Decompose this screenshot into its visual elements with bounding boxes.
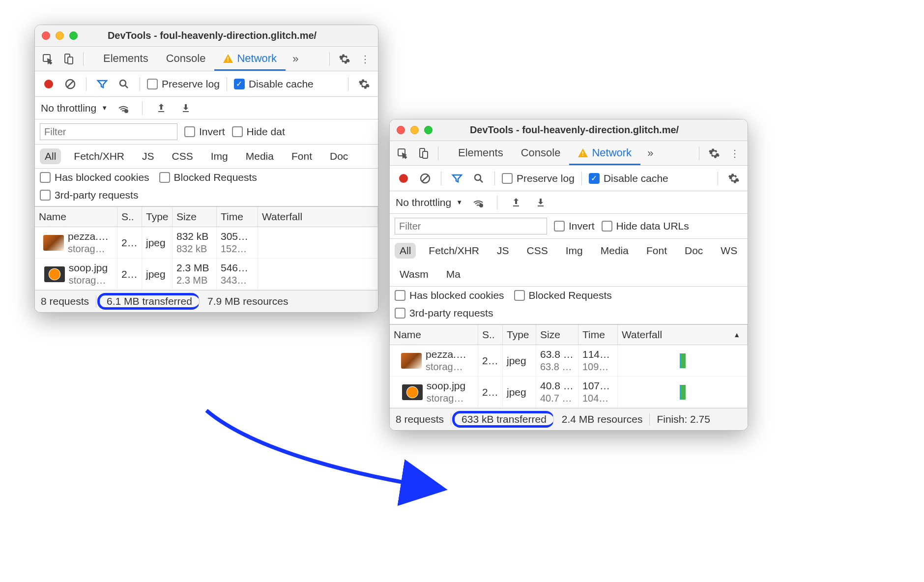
col-size[interactable]: Size — [536, 325, 578, 345]
status-resources: 2.4 MB resources — [555, 413, 650, 425]
throttling-select[interactable]: No throttling ▼ — [396, 197, 462, 208]
table-row[interactable]: soop.jpgstorag… 2… jpeg 40.8 …40.7 … 107… — [390, 377, 748, 408]
hide-data-urls-checkbox[interactable]: Hide data URLs — [602, 220, 689, 232]
gear-icon[interactable] — [336, 50, 353, 68]
invert-checkbox[interactable]: Invert — [184, 126, 225, 138]
filter-doc[interactable]: Doc — [325, 148, 353, 164]
table-row[interactable]: pezza.…storag… 2… jpeg 832 kB832 kB 305…… — [35, 227, 378, 259]
filter-icon[interactable] — [93, 75, 111, 93]
filter-media[interactable]: Media — [596, 243, 634, 259]
col-time[interactable]: Time — [217, 207, 258, 227]
preserve-log-checkbox[interactable]: Preserve log — [502, 173, 575, 184]
col-size[interactable]: Size — [173, 207, 217, 227]
search-icon[interactable] — [115, 75, 133, 93]
col-waterfall[interactable]: Waterfall▲ — [618, 325, 748, 345]
search-icon[interactable] — [470, 170, 488, 187]
network-conditions-icon[interactable] — [469, 194, 487, 211]
tab-elements[interactable]: Elements — [94, 47, 157, 71]
preserve-log-checkbox[interactable]: Preserve log — [147, 78, 220, 90]
close-icon[interactable] — [397, 126, 405, 134]
hide-data-urls-checkbox[interactable]: Hide dat — [232, 126, 285, 138]
network-conditions-icon[interactable] — [115, 99, 132, 117]
close-icon[interactable] — [42, 31, 50, 40]
cell-waterfall — [258, 259, 378, 290]
clear-icon[interactable] — [416, 170, 434, 187]
filter-ws[interactable]: WS — [716, 243, 742, 259]
blocked-cookies-checkbox[interactable]: Has blocked cookies — [395, 290, 504, 301]
throttling-select[interactable]: No throttling ▼ — [41, 102, 108, 114]
download-icon[interactable] — [532, 194, 549, 211]
titlebar[interactable]: DevTools - foul-heavenly-direction.glitc… — [390, 119, 748, 141]
filter-img[interactable]: Img — [206, 148, 233, 164]
filter-input[interactable] — [40, 123, 177, 140]
table-row[interactable]: soop.jpgstorag… 2… jpeg 2.3 MB2.3 MB 546… — [35, 259, 378, 290]
kebab-icon[interactable]: ⋮ — [356, 50, 374, 68]
col-name[interactable]: Name — [390, 325, 478, 345]
download-icon[interactable] — [177, 99, 195, 117]
type-filter-row: All Fetch/XHR JS CSS Img Media Font Doc — [35, 145, 378, 169]
gear-icon[interactable] — [705, 145, 723, 162]
tab-console[interactable]: Console — [157, 47, 215, 71]
divider — [83, 52, 84, 66]
filter-all[interactable]: All — [395, 243, 416, 259]
filter-wasm[interactable]: Wasm — [395, 266, 433, 282]
filter-icon[interactable] — [448, 170, 466, 187]
filter-img[interactable]: Img — [561, 243, 588, 259]
preserve-log-label: Preserve log — [162, 78, 220, 90]
filter-js[interactable]: JS — [492, 243, 514, 259]
tab-console[interactable]: Console — [512, 142, 570, 165]
filter-css[interactable]: CSS — [167, 148, 198, 164]
col-status[interactable]: S.. — [117, 207, 142, 227]
gear-icon[interactable] — [725, 170, 743, 187]
upload-icon[interactable] — [507, 194, 525, 211]
third-party-checkbox[interactable]: 3rd-party requests — [395, 307, 493, 319]
thumbnail-icon — [401, 353, 422, 369]
options-row-2: 3rd-party requests — [35, 186, 378, 206]
filter-input[interactable] — [395, 218, 547, 234]
col-time[interactable]: Time — [578, 325, 618, 345]
blocked-cookies-checkbox[interactable]: Has blocked cookies — [40, 172, 149, 183]
disable-cache-checkbox[interactable]: ✓ Disable cache — [589, 173, 668, 184]
device-toggle-icon[interactable] — [414, 145, 432, 162]
device-toggle-icon[interactable] — [59, 50, 77, 68]
record-icon[interactable] — [395, 170, 412, 187]
filter-fetch[interactable]: Fetch/XHR — [424, 243, 484, 259]
filter-doc[interactable]: Doc — [680, 243, 708, 259]
inspect-icon[interactable] — [39, 50, 57, 68]
tab-network[interactable]: Network — [569, 142, 640, 165]
more-tabs-icon[interactable]: » — [292, 53, 298, 65]
disable-cache-checkbox[interactable]: ✓ Disable cache — [234, 78, 314, 90]
col-type[interactable]: Type — [503, 325, 536, 345]
kebab-icon[interactable]: ⋮ — [726, 145, 744, 162]
col-status[interactable]: S.. — [478, 325, 503, 345]
more-tabs-icon[interactable]: » — [647, 147, 653, 160]
filter-media[interactable]: Media — [241, 148, 279, 164]
blocked-requests-checkbox[interactable]: Blocked Requests — [159, 172, 257, 183]
warning-icon — [223, 54, 233, 63]
col-name[interactable]: Name — [35, 207, 117, 227]
filter-font[interactable]: Font — [641, 243, 672, 259]
filter-all[interactable]: All — [40, 148, 61, 164]
inspect-icon[interactable] — [394, 145, 411, 162]
window-title: DevTools - foul-heavenly-direction.glitc… — [53, 30, 371, 41]
filter-manifest[interactable]: Ma — [441, 266, 465, 282]
col-waterfall[interactable]: Waterfall — [258, 207, 378, 227]
tab-network[interactable]: Network — [214, 47, 286, 71]
third-party-checkbox[interactable]: 3rd-party requests — [40, 189, 138, 201]
gear-icon[interactable] — [355, 75, 373, 93]
sort-asc-icon: ▲ — [733, 331, 740, 339]
filter-fetch[interactable]: Fetch/XHR — [69, 148, 129, 164]
invert-checkbox[interactable]: Invert — [554, 220, 595, 232]
filter-js[interactable]: JS — [137, 148, 159, 164]
tab-elements[interactable]: Elements — [449, 142, 512, 165]
upload-icon[interactable] — [152, 99, 170, 117]
filter-font[interactable]: Font — [287, 148, 317, 164]
table-row[interactable]: pezza.…storag… 2… jpeg 63.8 …63.8 … 114…… — [390, 345, 748, 377]
filter-css[interactable]: CSS — [522, 243, 553, 259]
record-icon[interactable] — [40, 75, 58, 93]
clear-icon[interactable] — [61, 75, 79, 93]
blocked-requests-checkbox[interactable]: Blocked Requests — [514, 290, 612, 301]
titlebar[interactable]: DevTools - foul-heavenly-direction.glitc… — [35, 25, 378, 47]
cell-name: soop.jpgstorag… — [390, 377, 478, 407]
col-type[interactable]: Type — [142, 207, 173, 227]
